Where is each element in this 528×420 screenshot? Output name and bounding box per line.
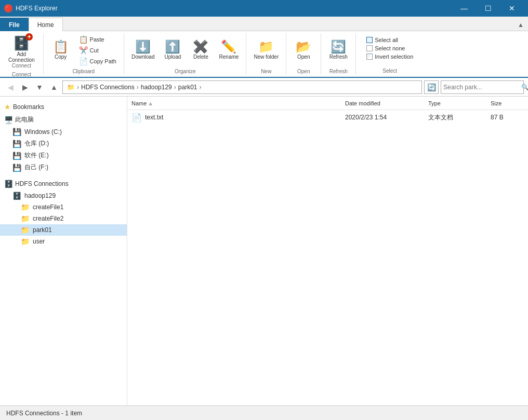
sidebar-createfile2[interactable]: 📁 createFile2 (0, 213, 127, 224)
drive-f-label: 自己 (F:) (24, 163, 48, 172)
paste-button[interactable]: 📋 Paste (76, 34, 120, 45)
clipboard-group-content: 📋 Copy 📋 Paste ✂️ Cut 📄 Copy Path (48, 34, 120, 66)
new-folder-icon: 📁 (258, 40, 274, 53)
cut-icon: ✂️ (79, 46, 88, 55)
search-icon: 🔍 (521, 84, 528, 91)
file-date: 2020/2/23 1:54 (345, 114, 387, 121)
add-connection-icon: 🗄️ + (13, 35, 30, 51)
download-button[interactable]: ⬇️ Download (128, 34, 157, 66)
star-icon: ★ (4, 103, 11, 111)
clipboard-small-buttons: 📋 Paste ✂️ Cut 📄 Copy Path (76, 34, 120, 66)
select-all-label: Select all (375, 37, 398, 43)
connect-label[interactable]: Connect (12, 63, 31, 69)
createfile2-icon: 📁 (21, 214, 30, 223)
delete-label: Delete (193, 54, 208, 60)
recent-button[interactable]: ▼ (33, 81, 46, 93)
hadoop129-label: hadoop129 (24, 192, 56, 199)
sidebar-drive-c[interactable]: 💾 Windows (C:) (0, 126, 127, 138)
rename-icon: ✏️ (221, 40, 236, 53)
invert-selection-button[interactable]: Invert selection (364, 53, 415, 60)
sidebar-user[interactable]: 📁 user (0, 236, 127, 247)
file-list: 📄 text.txt 2020/2/23 1:54 文本文档 87 B (127, 110, 528, 405)
status-text: HDFS Connections - 1 item (6, 410, 82, 417)
search-input[interactable] (443, 84, 521, 91)
ribbon-collapse[interactable]: ▲ (513, 19, 528, 31)
copy-button[interactable]: 📋 Copy (48, 34, 74, 66)
select-none-button[interactable]: Select none (364, 45, 415, 52)
tab-file[interactable]: File (0, 18, 29, 31)
sidebar-hdfs-connections[interactable]: 🗄️ HDFS Connections (0, 178, 127, 190)
new-folder-label: New folder (254, 54, 279, 60)
minimize-button[interactable]: — (452, 0, 476, 17)
refresh-button[interactable]: 🔄 Refresh (325, 34, 351, 66)
delete-button[interactable]: ✖️ Delete (188, 34, 214, 66)
address-refresh-button[interactable]: 🔄 (424, 80, 439, 94)
copy-path-icon: 📄 (79, 57, 88, 65)
sidebar-bookmarks[interactable]: ★ Bookmarks (0, 101, 127, 113)
select-group-content: Select all Select none Invert selection (360, 34, 419, 62)
back-button[interactable]: ◀ (4, 81, 17, 93)
sidebar-my-computer[interactable]: 🖥️ 此电脑 (0, 113, 127, 126)
hdfs-connections-icon: 🗄️ (4, 180, 13, 188)
file-list-header: Name ▲ Date modified Type Size (127, 97, 528, 110)
upload-icon: ⬆️ (165, 40, 180, 53)
open-label: Open (297, 54, 310, 60)
rename-button[interactable]: ✏️ Rename (216, 34, 242, 66)
copy-path-label: Copy Path (90, 58, 116, 64)
sidebar-park01[interactable]: 📁 park01 (0, 224, 127, 236)
window-controls: — ☐ ✕ (452, 0, 524, 17)
sidebar-drive-f[interactable]: 💾 自己 (F:) (0, 161, 127, 173)
ribbon-tabs: File Home ▲ (0, 17, 528, 31)
close-button[interactable]: ✕ (500, 0, 524, 17)
file-size: 87 B (491, 114, 504, 121)
address-path[interactable]: 📁 › HDFS Connections › hadoop129 › park0… (62, 80, 422, 94)
table-row[interactable]: 📄 text.txt 2020/2/23 1:54 文本文档 87 B (127, 110, 528, 125)
drive-e-label: 软件 (E:) (24, 151, 49, 160)
file-name-cell: 📄 text.txt (127, 111, 341, 125)
file-icon: 📄 (131, 113, 142, 123)
new-group: 📁 New folder New (246, 33, 286, 75)
createfile1-icon: 📁 (21, 203, 30, 211)
drive-f-icon: 💾 (12, 164, 21, 172)
download-icon: ⬇️ (135, 40, 151, 53)
col-header-size[interactable]: Size (486, 98, 528, 109)
connect-group-label: Connect (12, 70, 31, 77)
main-area: ★ Bookmarks 🖥️ 此电脑 💾 Windows (C:) 💾 仓库 (… (0, 97, 528, 405)
col-header-type[interactable]: Type (424, 98, 486, 109)
select-none-checkbox (366, 45, 373, 51)
sidebar-createfile1[interactable]: 📁 createFile1 (0, 201, 127, 213)
hdfs-connections-label: HDFS Connections (15, 180, 69, 187)
paste-icon: 📋 (79, 35, 88, 44)
col-header-name[interactable]: Name ▲ (127, 98, 341, 109)
ribbon: 🗄️ + AddConnection Connect Connect 📋 Cop… (0, 31, 528, 78)
createfile2-label: createFile2 (33, 215, 63, 222)
search-box: 🔍 (441, 80, 524, 94)
new-group-label: New (261, 66, 271, 74)
col-header-date[interactable]: Date modified (341, 98, 424, 109)
organize-group-content: ⬇️ Download ⬆️ Upload ✖️ Delete ✏️ Renam… (128, 34, 242, 66)
upload-button[interactable]: ⬆️ Upload (160, 34, 186, 66)
sidebar-drive-d[interactable]: 💾 仓库 (D:) (0, 138, 127, 150)
bookmarks-label: Bookmarks (13, 103, 44, 111)
sidebar-drive-e[interactable]: 💾 软件 (E:) (0, 150, 127, 161)
user-label: user (33, 238, 45, 245)
open-button[interactable]: 📂 Open (291, 34, 316, 66)
sidebar-spacer (0, 173, 127, 178)
path-hdfs: HDFS Connections (81, 84, 135, 91)
address-bar: ◀ ▶ ▼ ▲ 📁 › HDFS Connections › hadoop129… (0, 78, 528, 97)
tab-home[interactable]: Home (29, 18, 63, 31)
maximize-button[interactable]: ☐ (476, 0, 500, 17)
refresh-group-content: 🔄 Refresh (325, 34, 351, 66)
forward-button[interactable]: ▶ (19, 81, 31, 93)
copy-path-button[interactable]: 📄 Copy Path (76, 56, 120, 66)
delete-icon: ✖️ (193, 40, 208, 53)
sidebar-hadoop129[interactable]: 🗄️ hadoop129 (0, 190, 127, 201)
add-connection-button[interactable]: 🗄️ + AddConnection Connect (4, 34, 39, 70)
up-button[interactable]: ▲ (48, 81, 60, 93)
cut-button[interactable]: ✂️ Cut (76, 45, 120, 56)
path-segment-1: 📁 (67, 84, 75, 91)
connect-group-content: 🗄️ + AddConnection Connect (4, 34, 39, 70)
new-folder-button[interactable]: 📁 New folder (250, 34, 282, 66)
download-label: Download (131, 54, 154, 60)
select-all-button[interactable]: Select all (364, 36, 415, 44)
